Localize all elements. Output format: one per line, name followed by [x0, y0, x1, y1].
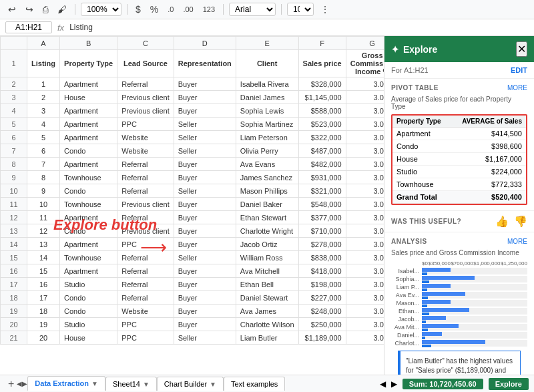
table-cell[interactable]: 7	[27, 158, 60, 171]
sheet-tab-chart-builder[interactable]: Chart Builder ▼	[157, 377, 224, 391]
table-cell[interactable]: PPC	[117, 118, 174, 131]
table-cell[interactable]: $588,000	[298, 104, 346, 118]
table-cell[interactable]: Previous client	[117, 224, 174, 238]
table-cell[interactable]: 3.00%	[346, 318, 384, 331]
prev-sheet-button[interactable]: ◀	[17, 380, 22, 387]
table-cell[interactable]: Seller	[174, 331, 236, 345]
table-cell[interactable]: $548,000	[298, 198, 346, 211]
table-cell[interactable]: 3.00%	[346, 238, 384, 251]
table-cell[interactable]: 14	[27, 251, 60, 264]
table-cell[interactable]: Townhouse	[60, 171, 117, 184]
table-cell[interactable]: Buyer	[174, 224, 236, 238]
table-cell[interactable]: $248,000	[298, 305, 346, 318]
table-cell[interactable]: 1	[27, 77, 60, 91]
table-cell[interactable]: $710,000	[298, 224, 346, 238]
font-select[interactable]: Arial	[229, 3, 276, 16]
table-cell[interactable]: Referral	[117, 158, 174, 171]
table-cell[interactable]: Isabella Rivera	[236, 77, 298, 91]
table-cell[interactable]: Charlotte Wright	[236, 224, 298, 238]
header-sales-price[interactable]: Sales price	[298, 50, 346, 77]
table-cell[interactable]: Ava James	[236, 305, 298, 318]
table-cell[interactable]: Buyer	[174, 77, 236, 91]
table-cell[interactable]: Liam Peterson	[236, 131, 298, 144]
table-cell[interactable]: $278,000	[298, 238, 346, 251]
table-cell[interactable]: Condo	[60, 291, 117, 305]
table-cell[interactable]: $838,000	[298, 251, 346, 264]
table-cell[interactable]: Ava Mitchell	[236, 264, 298, 278]
table-cell[interactable]: Seller	[174, 144, 236, 158]
table-cell[interactable]: Jacob Ortiz	[236, 238, 298, 251]
table-cell[interactable]: Buyer	[174, 318, 236, 331]
table-cell[interactable]: Buyer	[174, 91, 236, 104]
sheet-tab-sheet14[interactable]: Sheet14 ▼	[105, 377, 157, 391]
table-cell[interactable]: Seller	[174, 184, 236, 198]
print-button[interactable]: ⎙	[40, 3, 51, 16]
table-cell[interactable]: PPC	[117, 318, 174, 331]
table-cell[interactable]: 5	[27, 131, 60, 144]
table-cell[interactable]: 3.00%	[346, 305, 384, 318]
table-cell[interactable]: 8	[27, 171, 60, 184]
table-cell[interactable]: $328,000	[298, 77, 346, 91]
header-representation[interactable]: Representation	[174, 50, 236, 77]
table-cell[interactable]: James Sanchez	[236, 171, 298, 184]
table-cell[interactable]: Referral	[117, 278, 174, 291]
redo-button[interactable]: ↪	[23, 3, 36, 16]
table-cell[interactable]: $523,000	[298, 118, 346, 131]
table-cell[interactable]: $482,000	[298, 158, 346, 171]
table-cell[interactable]: 6	[27, 144, 60, 158]
table-cell[interactable]: Referral	[117, 184, 174, 198]
table-cell[interactable]: Website	[117, 131, 174, 144]
decimal-more-button[interactable]: .0	[165, 4, 176, 15]
currency-button[interactable]: $	[133, 3, 144, 16]
table-cell[interactable]: 3.00%	[346, 224, 384, 238]
undo-button[interactable]: ↩	[5, 3, 19, 16]
table-cell[interactable]: 3.00%	[346, 144, 384, 158]
table-cell[interactable]: 9	[27, 184, 60, 198]
table-cell[interactable]: 3.00%	[346, 131, 384, 144]
scroll-right-button[interactable]: ▶	[391, 379, 397, 389]
format-number-button[interactable]: 123	[200, 4, 218, 15]
thumbs-down-button[interactable]: 👎	[514, 215, 527, 228]
table-cell[interactable]: 19	[27, 318, 60, 331]
table-cell[interactable]: Buyer	[174, 291, 236, 305]
table-cell[interactable]: $418,000	[298, 264, 346, 278]
col-header-G[interactable]: G	[346, 37, 384, 50]
table-cell[interactable]: $227,000	[298, 291, 346, 305]
table-cell[interactable]: PPC	[117, 238, 174, 251]
table-cell[interactable]: Condo	[60, 144, 117, 158]
table-cell[interactable]: $377,000	[298, 211, 346, 224]
table-cell[interactable]: 3.00%	[346, 77, 384, 91]
decimal-less-button[interactable]: .00	[180, 4, 196, 15]
table-cell[interactable]: Mason Phillips	[236, 184, 298, 198]
sheet-tab-text-examples[interactable]: Text examples	[224, 377, 285, 391]
col-header-E[interactable]: E	[236, 37, 298, 50]
table-cell[interactable]: Apartment	[60, 238, 117, 251]
table-cell[interactable]: Charlotte Wilson	[236, 318, 298, 331]
table-cell[interactable]: William Ross	[236, 251, 298, 264]
table-cell[interactable]: 3.00%	[346, 104, 384, 118]
font-size-select[interactable]: 10	[287, 3, 314, 16]
table-cell[interactable]: Townhouse	[60, 251, 117, 264]
header-lead-source[interactable]: Lead Source	[117, 50, 174, 77]
table-cell[interactable]: 3.00%	[346, 278, 384, 291]
table-cell[interactable]: Seller	[174, 251, 236, 264]
table-cell[interactable]: 17	[27, 291, 60, 305]
table-cell[interactable]: $322,000	[298, 131, 346, 144]
col-header-F[interactable]: F	[298, 37, 346, 50]
table-cell[interactable]: Studio	[60, 278, 117, 291]
col-header-D[interactable]: D	[174, 37, 236, 50]
table-cell[interactable]: Buyer	[174, 158, 236, 171]
table-cell[interactable]: Referral	[117, 171, 174, 184]
table-cell[interactable]: 3.00%	[346, 118, 384, 131]
table-cell[interactable]: 3.00%	[346, 211, 384, 224]
explore-close-button[interactable]: ✕	[516, 41, 527, 57]
table-cell[interactable]: Referral	[117, 251, 174, 264]
table-cell[interactable]: $321,000	[298, 184, 346, 198]
header-property-type[interactable]: Property Type	[60, 50, 117, 77]
header-client[interactable]: Client	[236, 50, 298, 77]
analysis-more-button[interactable]: MORE	[507, 238, 527, 245]
table-cell[interactable]: 18	[27, 305, 60, 318]
table-cell[interactable]: Website	[117, 144, 174, 158]
cell-reference[interactable]: A1:H21	[5, 21, 52, 33]
explore-bottom-button[interactable]: Explore	[489, 378, 529, 390]
